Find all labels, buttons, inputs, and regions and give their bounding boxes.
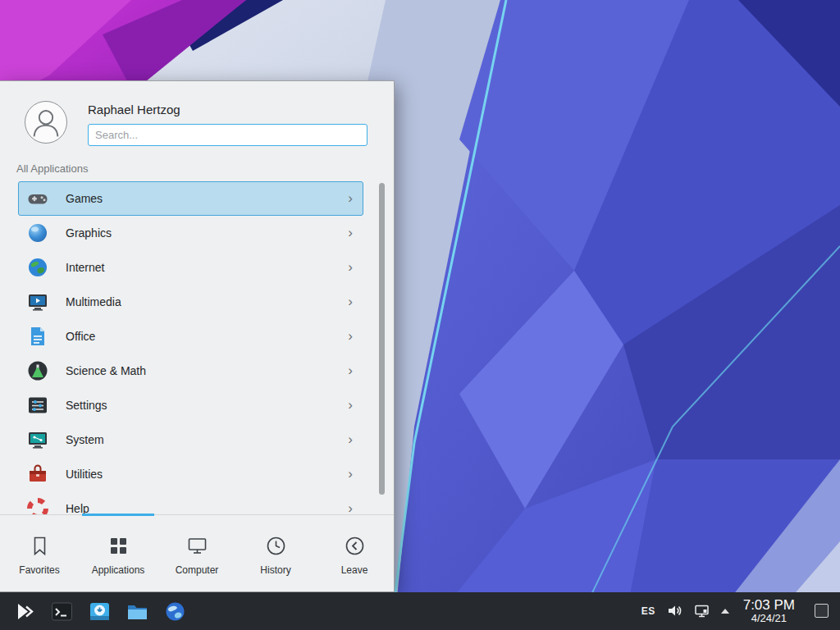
category-row-internet[interactable]: Internet › — [18, 250, 363, 285]
network-icon — [694, 603, 710, 619]
tab-history[interactable]: History — [236, 515, 315, 591]
submenu-arrow-icon: › — [348, 226, 353, 241]
category-row-utilities[interactable]: Utilities › — [18, 457, 363, 491]
category-label: Games — [66, 192, 348, 205]
show-desktop-button[interactable] — [815, 604, 829, 618]
multimedia-icon — [26, 290, 49, 313]
submenu-arrow-icon: › — [348, 432, 353, 448]
search-input[interactable] — [88, 124, 368, 146]
applications-icon — [107, 535, 130, 557]
caret-up-icon — [721, 609, 729, 614]
app-launcher-icon — [12, 600, 36, 623]
file-manager-icon — [126, 600, 149, 623]
history-icon — [265, 535, 287, 557]
launcher-header: Raphael Hertzog — [0, 81, 394, 154]
category-row-multimedia[interactable]: Multimedia › — [18, 285, 363, 319]
category-label: Multimedia — [66, 295, 348, 308]
category-label: Internet — [66, 261, 348, 274]
category-row-settings[interactable]: Settings › — [18, 388, 363, 422]
category-list: Games › Graphics › Internet › — [0, 181, 394, 514]
web-browser-button[interactable] — [161, 597, 189, 625]
system-icon — [26, 428, 49, 451]
terminal-icon — [50, 600, 74, 623]
category-label: Utilities — [66, 468, 348, 481]
favorites-icon — [29, 535, 51, 557]
category-label: System — [66, 433, 348, 446]
computer-icon — [186, 535, 208, 557]
category-row-office[interactable]: Office › — [18, 319, 363, 354]
app-launcher-button[interactable] — [10, 597, 38, 625]
category-row-games[interactable]: Games › — [18, 181, 363, 216]
tab-computer[interactable]: Computer — [158, 515, 236, 591]
submenu-arrow-icon: › — [348, 501, 353, 515]
category-row-help[interactable]: Help › — [18, 491, 363, 514]
user-name: Raphael Hertzog — [88, 101, 369, 116]
category-label: Science & Math — [66, 364, 348, 377]
category-row-system[interactable]: System › — [18, 422, 363, 457]
user-icon — [25, 102, 66, 143]
volume-icon — [667, 603, 682, 619]
clock-time: 7:03 PM — [743, 597, 795, 614]
tab-label: Computer — [176, 564, 219, 576]
tab-favorites[interactable]: Favorites — [0, 515, 79, 591]
header-right: Raphael Hertzog — [88, 101, 369, 146]
tab-leave[interactable]: Leave — [315, 515, 394, 591]
submenu-arrow-icon: › — [348, 398, 353, 413]
category-row-graphics[interactable]: Graphics › — [18, 216, 363, 250]
internet-icon — [26, 256, 49, 279]
expand-tray-button[interactable] — [721, 609, 729, 614]
tab-label: Leave — [341, 564, 368, 576]
games-icon — [26, 187, 49, 210]
utilities-icon — [26, 463, 49, 486]
system-tray: ES 7:03 PM 4/24/21 — [636, 597, 835, 625]
user-avatar[interactable] — [25, 101, 67, 144]
tab-label: Applications — [92, 564, 145, 576]
web-browser-icon — [163, 600, 187, 623]
category-row-science[interactable]: Science & Math › — [18, 354, 363, 388]
submenu-arrow-icon: › — [348, 467, 353, 482]
graphics-icon — [26, 221, 49, 244]
science-icon — [26, 359, 49, 382]
submenu-arrow-icon: › — [348, 260, 353, 276]
clock-date: 4/24/21 — [743, 613, 795, 625]
section-label: All Applications — [16, 162, 394, 175]
launcher-tabbar: Favorites Applications Computer — [0, 514, 394, 591]
keyboard-layout-indicator[interactable]: ES — [641, 605, 655, 617]
settings-icon — [26, 394, 49, 417]
submenu-arrow-icon: › — [348, 294, 353, 310]
terminal-button[interactable] — [48, 597, 75, 625]
file-manager-button[interactable] — [123, 597, 151, 625]
help-icon — [26, 497, 49, 514]
discover-button[interactable] — [85, 597, 113, 625]
taskbar-panel: ES 7:03 PM 4/24/21 — [0, 592, 840, 630]
tab-applications[interactable]: Applications — [79, 515, 158, 591]
tab-label: Favorites — [19, 564, 59, 576]
network-button[interactable] — [694, 603, 710, 619]
discover-icon — [88, 600, 112, 623]
volume-button[interactable] — [667, 603, 682, 619]
application-launcher-menu: Raphael Hertzog All Applications Games ›… — [0, 80, 395, 592]
submenu-arrow-icon: › — [348, 363, 353, 379]
office-icon — [26, 325, 49, 348]
tab-label: History — [260, 564, 290, 576]
scrollbar-thumb[interactable] — [379, 183, 385, 495]
submenu-arrow-icon: › — [348, 191, 353, 207]
category-label: Office — [66, 330, 348, 343]
leave-icon — [344, 535, 366, 557]
active-tab-indicator — [82, 514, 154, 516]
clock[interactable]: 7:03 PM 4/24/21 — [743, 597, 795, 625]
submenu-arrow-icon: › — [348, 329, 353, 345]
category-label: Help — [66, 502, 348, 514]
category-label: Graphics — [66, 226, 348, 240]
category-label: Settings — [66, 399, 348, 412]
